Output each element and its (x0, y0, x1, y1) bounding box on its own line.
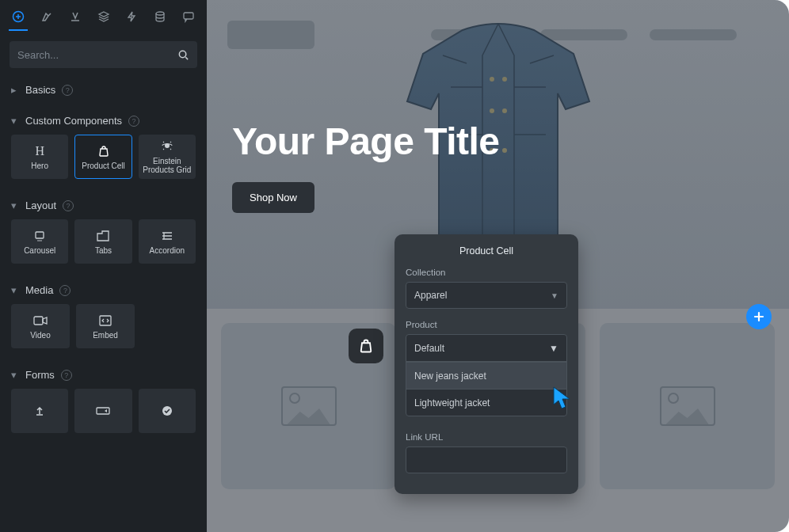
svg-point-16 (502, 108, 507, 113)
tile-carousel[interactable]: Carousel (11, 219, 68, 264)
actions-tab-icon[interactable] (124, 10, 139, 24)
hero-title: Your Page Title (232, 120, 789, 163)
chevron-down-icon: ▼ (551, 291, 558, 300)
einstein-icon (160, 139, 174, 154)
tile-label: Tabs (95, 246, 112, 255)
section-custom[interactable]: ▾ Custom Components ? (0, 107, 207, 135)
section-label: Layout (25, 200, 56, 211)
search-icon (177, 49, 189, 61)
dragging-component-chip (349, 329, 383, 363)
embed-icon (98, 314, 112, 328)
style-tab-icon[interactable] (68, 10, 82, 24)
chevron-down-icon: ▾ (11, 115, 19, 127)
heading-icon: H (32, 144, 47, 158)
section-basics[interactable]: ▸ Basics ? (0, 76, 207, 104)
add-block-fab[interactable] (746, 304, 772, 329)
help-icon: ? (63, 200, 74, 211)
chevron-down-icon: ▾ (11, 369, 19, 381)
option-label: Lightweight jacket (414, 397, 490, 408)
tile-hero[interactable]: H Hero (11, 135, 68, 179)
section-label: Forms (25, 369, 55, 381)
layers-tab-icon[interactable] (97, 10, 111, 24)
svg-point-14 (502, 77, 507, 82)
insert-panel: ▸ Basics ? ▾ Custom Components ? H Hero … (0, 0, 207, 532)
data-tab-icon[interactable] (153, 10, 167, 24)
image-placeholder-icon (660, 386, 715, 426)
svg-point-8 (40, 240, 42, 241)
tile-label: Product Cell (82, 162, 124, 170)
tile-label: Hero (31, 162, 48, 170)
chevron-down-icon: ▼ (549, 343, 558, 354)
svg-rect-9 (34, 317, 43, 325)
tile-input[interactable] (74, 389, 132, 433)
svg-point-13 (490, 77, 494, 82)
svg-rect-5 (36, 232, 44, 238)
carousel-icon (32, 229, 47, 243)
shop-now-button[interactable]: Shop Now (232, 182, 314, 213)
option-label: New jeans jacket (414, 370, 486, 382)
tile-tabs[interactable]: Tabs (74, 219, 132, 264)
product-card[interactable] (600, 323, 775, 489)
svg-point-15 (490, 108, 494, 113)
product-select[interactable]: Default ▼ New jeans jacket Lightweight j… (406, 334, 567, 416)
svg-rect-10 (100, 316, 111, 325)
search-input-wrapper (10, 41, 197, 68)
field-label-link-url: Link URL (406, 432, 567, 442)
chevron-down-icon: ▾ (11, 284, 19, 296)
select-value: Apparel (414, 290, 447, 301)
svg-point-1 (156, 12, 164, 15)
checkmark-circle-icon (160, 404, 174, 418)
product-option[interactable]: Lightweight jacket (406, 389, 566, 416)
tile-upload[interactable] (11, 389, 68, 433)
search-input[interactable] (17, 49, 177, 61)
tile-product-cell[interactable]: Product Cell (74, 135, 132, 179)
popover-title: Product Cell (406, 245, 567, 256)
tile-label: Einstein Products Grid (142, 157, 192, 174)
comments-tab-icon[interactable] (181, 10, 196, 24)
section-label: Media (25, 284, 53, 296)
tabs-icon (96, 229, 110, 243)
tile-label: Carousel (24, 246, 55, 255)
image-placeholder-icon (281, 386, 337, 426)
tile-label: Embed (93, 331, 118, 340)
tile-video[interactable]: Video (11, 304, 70, 348)
upload-icon (32, 404, 47, 418)
input-icon (96, 404, 110, 418)
section-label: Basics (25, 84, 55, 96)
tile-checkbox[interactable] (139, 389, 196, 433)
shopping-bag-icon (97, 144, 111, 158)
svg-rect-11 (97, 408, 109, 414)
help-icon: ? (61, 370, 72, 381)
link-url-input[interactable] (406, 446, 567, 473)
section-layout[interactable]: ▾ Layout ? (0, 192, 207, 219)
section-forms[interactable]: ▾ Forms ? (0, 361, 207, 389)
section-label: Custom Components (25, 115, 122, 127)
logo-placeholder (227, 21, 314, 49)
tile-label: Accordion (150, 246, 185, 255)
chevron-right-icon: ▸ (11, 84, 19, 96)
field-label-collection: Collection (406, 268, 567, 277)
help-icon: ? (59, 285, 71, 296)
video-icon (33, 314, 48, 328)
add-tab-icon[interactable] (11, 10, 25, 24)
tile-accordion[interactable]: Accordion (139, 219, 196, 264)
collection-select[interactable]: Apparel ▼ (406, 282, 567, 309)
tile-label: Video (30, 331, 50, 340)
section-media[interactable]: ▾ Media ? (0, 276, 207, 304)
tile-einstein-grid[interactable]: Einstein Products Grid (139, 135, 196, 179)
product-option[interactable]: New jeans jacket (406, 362, 566, 389)
accordion-icon (160, 229, 174, 243)
svg-point-6 (37, 240, 39, 241)
svg-rect-2 (184, 13, 193, 19)
field-label-product: Product (406, 320, 567, 329)
tile-embed[interactable]: Embed (76, 304, 135, 348)
panel-tabbar (0, 0, 207, 30)
svg-point-3 (179, 51, 185, 57)
chevron-down-icon: ▾ (11, 200, 19, 211)
help-icon: ? (62, 85, 73, 96)
svg-point-7 (39, 240, 40, 241)
select-value: Default (414, 343, 444, 354)
help-icon: ? (128, 116, 139, 127)
design-tab-icon[interactable] (40, 10, 54, 24)
product-cell-popover: Product Cell Collection Apparel ▼ Produc… (394, 234, 578, 494)
